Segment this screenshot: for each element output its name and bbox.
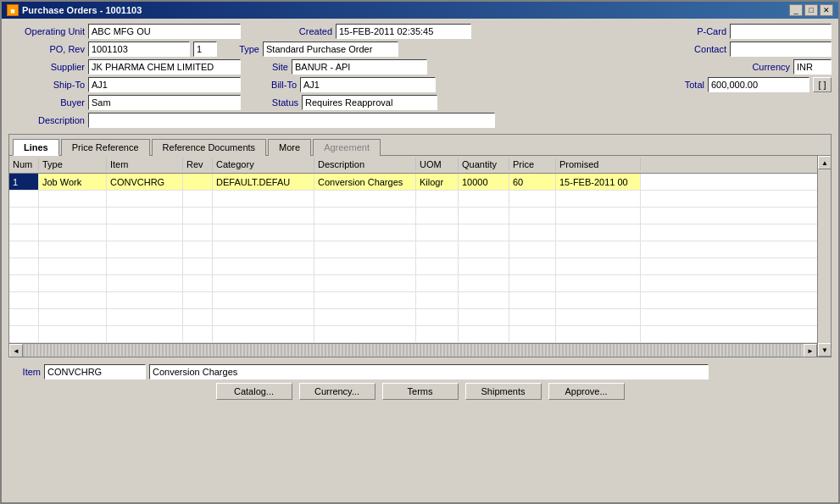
cell-num-2[interactable] (9, 191, 39, 207)
table-row[interactable] (9, 208, 817, 224)
col-header-rev: Rev (183, 158, 213, 171)
ship-to-label: Ship-To (8, 80, 85, 90)
cell-promised-1[interactable]: 15-FEB-2011 00 (556, 174, 641, 190)
col-header-quantity: Quantity (459, 158, 509, 171)
col-header-description: Description (314, 158, 416, 171)
cell-price-1[interactable]: 60 (509, 174, 556, 190)
cell-rev-2[interactable] (183, 191, 213, 207)
maximize-button[interactable]: □ (804, 4, 818, 16)
cell-num-1[interactable]: 1 (9, 174, 39, 190)
tabs-row: Lines Price Reference Reference Document… (9, 135, 831, 155)
cell-type-1[interactable]: Job Work (39, 174, 107, 190)
main-content: Operating Unit Created P-Card PO, Rev Ty… (2, 19, 838, 502)
bottom-section: Item Catalog... Currency... Terms Shipme… (8, 361, 832, 403)
currency-input[interactable] (793, 59, 832, 75)
cell-item-2[interactable] (107, 191, 183, 207)
cell-uom-1[interactable]: Kilogr (416, 174, 459, 190)
cell-uom-2[interactable] (416, 191, 459, 207)
table-row[interactable] (9, 309, 817, 326)
table-row[interactable] (9, 224, 817, 241)
bill-to-label: Bill-To (264, 80, 297, 90)
cell-type-2[interactable] (39, 191, 107, 207)
main-window: ■ Purchase Orders - 1001103 _ □ ✕ Operat… (0, 0, 840, 504)
catalog-button[interactable]: Catalog... (216, 383, 292, 400)
form-row-4: Ship-To Bill-To Total [ ] (8, 77, 832, 92)
table-row[interactable] (9, 258, 817, 275)
scroll-up-button[interactable]: ▲ (818, 156, 831, 169)
col-header-item: Item (107, 158, 183, 171)
tabs-area: Lines Price Reference Reference Document… (8, 134, 832, 357)
col-header-category: Category (213, 158, 314, 171)
tab-more[interactable]: More (268, 139, 311, 156)
cell-category-2[interactable] (213, 191, 314, 207)
scroll-down-button[interactable]: ▼ (818, 343, 831, 357)
title-bar-left: ■ Purchase Orders - 1001103 (7, 4, 142, 16)
po-rev-input[interactable] (88, 42, 190, 57)
buyer-input[interactable] (88, 95, 241, 110)
cell-price-2[interactable] (509, 191, 556, 207)
scroll-right-button[interactable]: ► (804, 344, 817, 357)
grid-main: Num Type Item Rev Category Description U… (9, 156, 817, 357)
tab-reference-documents[interactable]: Reference Documents (152, 139, 266, 156)
cell-qty-1[interactable]: 10000 (459, 174, 509, 190)
close-button[interactable]: ✕ (820, 4, 833, 16)
description-input[interactable] (88, 113, 495, 128)
po-rev-label: PO, Rev (8, 44, 85, 54)
scroll-v-track[interactable] (818, 169, 831, 343)
cell-item-1[interactable]: CONVCHRG (107, 174, 183, 190)
total-expand-button[interactable]: [ ] (813, 77, 832, 92)
cell-category-1[interactable]: DEFAULT.DEFAU (213, 174, 314, 190)
operating-unit-input[interactable] (88, 24, 241, 39)
form-section: Operating Unit Created P-Card PO, Rev Ty… (8, 24, 832, 130)
ship-to-input[interactable] (88, 77, 241, 92)
shipments-button[interactable]: Shipments (465, 383, 542, 400)
tab-agreement[interactable]: Agreement (313, 139, 381, 156)
grid-header: Num Type Item Rev Category Description U… (9, 156, 817, 174)
col-header-price: Price (509, 158, 556, 171)
tab-lines[interactable]: Lines (13, 139, 59, 156)
table-row[interactable]: 1 Job Work CONVCHRG DEFAULT.DEFAU Conver… (9, 174, 817, 191)
table-row[interactable] (9, 292, 817, 309)
po-rev-num-input[interactable] (193, 42, 217, 57)
form-row-5: Buyer Status (8, 95, 832, 110)
table-row[interactable] (9, 326, 817, 343)
created-label: Created (290, 26, 332, 36)
table-row[interactable] (9, 241, 817, 258)
cell-promised-2[interactable] (556, 191, 641, 207)
cell-rev-1[interactable] (183, 174, 213, 190)
minimize-button[interactable]: _ (789, 4, 803, 16)
bill-to-input[interactable] (300, 77, 436, 92)
total-input (708, 77, 809, 92)
contact-input[interactable] (730, 42, 832, 57)
grid-scroll-area: Num Type Item Rev Category Description U… (9, 156, 831, 357)
scroll-h-track[interactable] (23, 344, 804, 357)
approve-button[interactable]: Approve... (548, 383, 625, 400)
table-row[interactable] (9, 275, 817, 292)
terms-button[interactable]: Terms (382, 383, 459, 400)
tab-price-reference[interactable]: Price Reference (61, 139, 150, 156)
form-row-2: PO, Rev Type Contact (8, 42, 832, 57)
cell-qty-2[interactable] (459, 191, 509, 207)
pcard-input[interactable] (730, 24, 832, 39)
cell-desc-1[interactable]: Conversion Charges (314, 174, 416, 190)
cell-desc-2[interactable] (314, 191, 416, 207)
button-row: Catalog... Currency... Terms Shipments A… (15, 383, 825, 400)
currency-button[interactable]: Currency... (299, 383, 375, 400)
item-input[interactable] (44, 364, 146, 379)
site-input[interactable] (292, 59, 427, 75)
type-label: Type (232, 44, 259, 54)
status-label: Status (264, 97, 298, 108)
scroll-left-button[interactable]: ◄ (9, 344, 23, 357)
operating-unit-label: Operating Unit (8, 26, 85, 36)
contact-label: Contact (688, 44, 726, 54)
type-input[interactable] (263, 42, 398, 57)
col-header-num: Num (9, 158, 39, 171)
form-row-6: Description (8, 113, 832, 128)
supplier-input[interactable] (88, 59, 241, 75)
horizontal-scrollbar[interactable]: ◄ ► (9, 343, 817, 357)
window-controls: _ □ ✕ (789, 4, 833, 16)
item-row: Item (15, 364, 825, 379)
vertical-scrollbar[interactable]: ▲ ▼ (817, 156, 831, 357)
table-row[interactable] (9, 191, 817, 208)
window-icon: ■ (7, 4, 19, 16)
